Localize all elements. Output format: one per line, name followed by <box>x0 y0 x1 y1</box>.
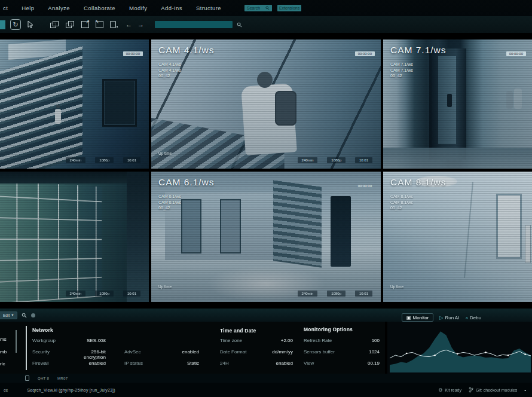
play-icon: ▷ <box>439 315 443 320</box>
nav-arrows: ← → <box>126 21 144 28</box>
camera-meta-line: CAM 6.1/ws <box>158 194 181 200</box>
extensions-button[interactable]: Extensions <box>277 5 301 11</box>
edit-dropdown[interactable]: Edit ▾ <box>0 312 17 319</box>
camera-feed-cam8[interactable]: CAM 8.1/ws CAM 8.1/ws CAM 8.1/ws 00_42 U… <box>383 172 532 302</box>
sidebar-item-truncated[interactable]: mb <box>0 349 8 355</box>
device-tag[interactable]: MR07 <box>57 377 68 380</box>
camera-feed-stairwell[interactable]: 00:00:00 240min 1080p 10:01 <box>0 39 149 169</box>
export-icon[interactable]: ↗ <box>81 21 89 28</box>
monitor-icon: ▣ <box>406 315 411 320</box>
history-icon[interactable]: ↻ <box>10 19 21 30</box>
setting-value[interactable]: dd/mm/yy <box>262 349 293 355</box>
address-input[interactable] <box>155 21 233 28</box>
camera-meta-line: CAM 8.1/ws <box>390 194 413 200</box>
setting-value[interactable]: 100 <box>348 338 380 343</box>
camera-meta-line: 00_42 <box>158 205 181 211</box>
monitor-tab-bar: ▣ Monitor ▷ Run AI × Debu <box>389 312 532 323</box>
resolution-badge: 1080p <box>327 291 346 297</box>
setting-value[interactable]: Static <box>166 361 199 366</box>
cursor-tool-icon[interactable] <box>27 21 33 28</box>
extensions-label: Extensions <box>279 6 299 10</box>
back-icon[interactable]: ← <box>126 21 132 28</box>
feed-info-badges: 240min 1080p 10:01 <box>66 157 140 163</box>
menu-item-analyze[interactable]: Analyze <box>48 5 70 11</box>
scanline-overlay <box>0 172 149 302</box>
feed-info-badges: 240min 1080p 10:01 <box>298 157 372 163</box>
surveillance-app: ct Help Analyze Collaborate Modify Add-I… <box>0 0 532 397</box>
tab-run-ai[interactable]: ▷ Run AI <box>439 315 459 320</box>
caret-down-icon: ▾ <box>11 313 13 317</box>
menu-item-collaborate[interactable]: Collaborate <box>84 5 115 11</box>
setting-value[interactable]: +2.00 <box>262 338 293 343</box>
git-status-label: Git: checkout modules <box>476 388 517 392</box>
sidebar-item-truncated[interactable]: ric <box>0 361 8 367</box>
camera-meta-line: 00_42 <box>390 73 413 79</box>
camera-meta: CAM 7.1/ws CAM 7.1/ws 00_42 <box>390 62 413 79</box>
tab-debug[interactable]: × Debu <box>465 315 481 320</box>
menu-item-structure[interactable]: Structure <box>196 5 221 11</box>
camera-feed-cam6[interactable]: CAM 6.1/ws CAM 6.1/ws CAM 6.1/ws 00_42 0… <box>151 172 381 302</box>
setting-value[interactable]: 00.19 <box>348 361 380 366</box>
record-icon[interactable] <box>31 313 35 317</box>
gear-icon: ⚙ <box>438 387 442 393</box>
setting-value[interactable]: SES-008 <box>71 338 106 343</box>
menu-item-project[interactable]: ct <box>3 5 8 11</box>
active-tool-marker <box>0 20 5 29</box>
scanline-overlay <box>383 39 532 169</box>
menu-item-addins[interactable]: Add-Ins <box>161 5 182 11</box>
menu-item-modify[interactable]: Modify <box>129 5 147 11</box>
camera-meta-line: CAM 4.1/ws <box>158 62 181 68</box>
duration-badge: 240min <box>66 291 86 297</box>
new-page-icon[interactable] <box>110 21 116 28</box>
camera-feed-cam7[interactable]: CAM 7.1/ws CAM 7.1/ws CAM 7.1/ws 00_42 0… <box>383 39 532 169</box>
network-row: Security 256-bit encryption AdvSec enabl… <box>32 349 199 360</box>
device-tag[interactable]: QHT 8 <box>38 377 49 380</box>
setting-label: 24H <box>220 361 262 366</box>
setting-label: Workgroup <box>32 338 71 343</box>
time-date-row: Time zone +2.00 <box>220 338 293 343</box>
search-button[interactable]: Search <box>244 5 272 11</box>
notification-dot-icon[interactable]: • <box>524 387 526 393</box>
setting-value[interactable]: 1024 <box>348 349 380 355</box>
git-status[interactable]: Git: checkout modules <box>469 387 517 393</box>
tab-label: Debu <box>470 315 481 320</box>
setting-label: IP status <box>124 361 166 366</box>
document-icon <box>25 375 29 381</box>
setting-value[interactable]: enabled <box>71 361 106 366</box>
panel-scrollbar[interactable] <box>16 330 17 353</box>
activity-chart[interactable] <box>390 325 531 372</box>
setting-value[interactable]: 256-bit encryption <box>71 349 106 360</box>
import-icon[interactable]: ↖ <box>96 21 103 28</box>
panel-search-icon[interactable] <box>22 313 27 318</box>
monitoring-row: View 00.19 <box>304 361 380 366</box>
setting-value[interactable]: enabled <box>166 349 199 360</box>
time-badge: 10:01 <box>355 291 372 297</box>
open-file-path[interactable]: Seqrch_View.kl (ghy/hp-25\hoy [run_July2… <box>27 388 115 392</box>
duration-badge: 240min <box>66 157 86 163</box>
menu-item-help[interactable]: Help <box>22 5 34 11</box>
setting-label: Time zone <box>220 338 262 343</box>
windows-icon[interactable] <box>50 21 59 29</box>
uptime-label: Up time <box>158 285 172 289</box>
camera-meta-line: CAM 8.1/ws <box>390 200 413 206</box>
setting-value[interactable] <box>166 338 199 343</box>
tab-monitor[interactable]: ▣ Monitor <box>402 313 433 322</box>
network-row: Workgroup SES-008 <box>32 338 199 343</box>
copy-icon[interactable] <box>66 21 75 29</box>
toolbar-search-icon[interactable] <box>237 22 242 28</box>
setting-value[interactable]: enabled <box>262 361 293 366</box>
kit-status[interactable]: ⚙ Kit ready <box>438 387 461 393</box>
camera-feed-facade[interactable]: 240min 1080p 10:01 <box>0 172 149 302</box>
setting-label: Firewall <box>32 361 71 366</box>
forward-icon[interactable]: → <box>137 21 144 28</box>
resolution-badge: 1080p <box>327 157 346 163</box>
camera-meta: CAM 4.1/ws CAM 4.1/ws 00_42 <box>158 62 181 79</box>
monitoring-row: Sensors buffer 1024 <box>304 349 380 355</box>
tab-label: Run AI <box>445 315 459 320</box>
time-badge: 10:01 <box>355 157 372 163</box>
network-header: Network <box>32 327 53 333</box>
camera-feed-cam4[interactable]: CAM 4.1/ws CAM 4.1/ws CAM 4.1/ws 00_42 0… <box>151 39 381 169</box>
camera-meta-line: 00_42 <box>158 73 181 79</box>
search-icon <box>265 6 270 10</box>
sidebar-item-truncated[interactable]: ms <box>0 337 8 342</box>
